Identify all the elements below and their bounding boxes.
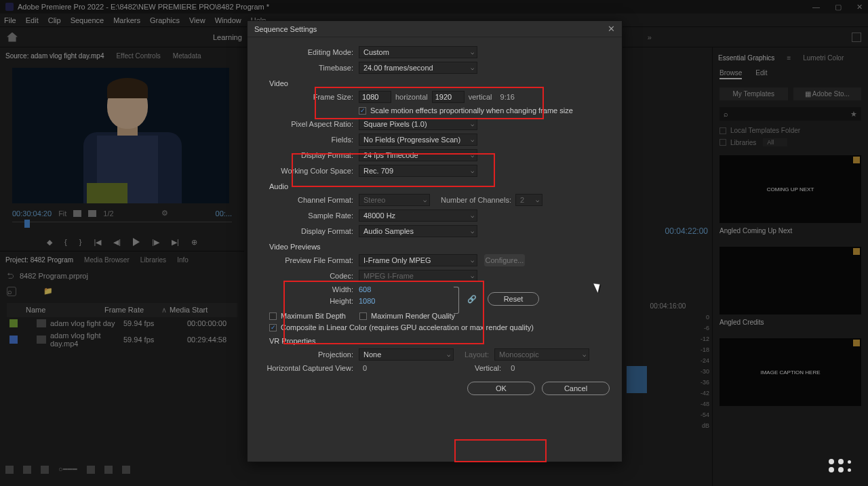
channel-format-label: Channel Format: — [257, 196, 359, 204]
max-bit-depth-checkbox[interactable] — [269, 312, 277, 320]
max-bit-depth-label: Maximum Bit Depth — [281, 312, 346, 320]
ok-button[interactable]: OK — [467, 382, 535, 395]
hcv-value: 0 — [359, 364, 371, 372]
preview-width-value[interactable]: 608 — [359, 285, 371, 293]
frame-height-input[interactable]: 1920 — [432, 91, 465, 103]
horizontal-label: horizontal — [391, 93, 432, 101]
scale-effects-label: Scale motion effects proportionally when… — [370, 106, 573, 115]
scale-effects-checkbox[interactable]: ✓ — [359, 107, 366, 115]
preview-format-label: Preview File Format: — [257, 256, 359, 264]
timebase-dropdown[interactable]: 24.00 frames/second — [359, 62, 477, 74]
color-space-dropdown[interactable]: Rec. 709 — [359, 165, 477, 177]
timebase-label: Timebase: — [257, 64, 359, 72]
hcv-label: Horizontal Captured View: — [257, 364, 359, 372]
link-icon[interactable]: 🔗 — [467, 295, 477, 304]
num-channels-label: Number of Channels: — [437, 196, 515, 204]
vertical-label: vertical — [465, 93, 496, 101]
composite-linear-label: Composite in Linear Color (requires GPU … — [281, 323, 534, 331]
cancel-button[interactable]: Cancel — [542, 382, 610, 395]
preview-height-value[interactable]: 1080 — [359, 297, 375, 305]
projection-dropdown[interactable]: None — [359, 348, 454, 361]
preview-format-dropdown[interactable]: I-Frame Only MPEG — [359, 254, 477, 266]
max-render-quality-label: Maximum Render Quality — [371, 312, 455, 320]
max-render-quality-checkbox[interactable] — [359, 312, 367, 320]
codec-dropdown: MPEG I-Frame — [359, 270, 477, 282]
audio-display-format-dropdown[interactable]: Audio Samples — [359, 225, 477, 237]
dialog-title: Sequence Settings — [254, 25, 317, 33]
layout-label: Layout: — [454, 350, 494, 359]
fields-dropdown[interactable]: No Fields (Progressive Scan) — [359, 134, 477, 146]
configure-button: Configure... — [484, 254, 525, 266]
editing-mode-label: Editing Mode: — [257, 48, 359, 56]
vcv-value: 0 — [507, 364, 519, 372]
sample-rate-label: Sample Rate: — [257, 211, 359, 220]
dialog-close-icon[interactable]: ✕ — [608, 24, 615, 34]
layout-dropdown: Monoscopic — [494, 348, 589, 361]
color-space-label: Working Color Space: — [257, 167, 359, 175]
par-dropdown[interactable]: Square Pixels (1.0) — [359, 118, 477, 130]
codec-label: Codec: — [257, 272, 359, 280]
composite-linear-checkbox[interactable]: ✓ — [269, 324, 277, 331]
video-previews-section-header: Video Previews — [257, 243, 612, 251]
editing-mode-dropdown[interactable]: Custom — [359, 46, 477, 58]
projection-label: Projection: — [257, 350, 359, 359]
audio-section-header: Audio — [257, 182, 612, 190]
channel-format-dropdown: Stereo — [359, 194, 430, 206]
sequence-settings-dialog: Sequence Settings ✕ Editing Mode: Custom… — [247, 20, 623, 462]
display-format-label: Display Format: — [257, 151, 359, 159]
par-label: Pixel Aspect Ratio: — [257, 120, 359, 128]
fields-label: Fields: — [257, 136, 359, 144]
preview-height-label: Height: — [257, 297, 359, 305]
frame-width-input[interactable]: 1080 — [359, 91, 391, 103]
watermark-logo — [829, 459, 854, 472]
audio-display-format-label: Display Format: — [257, 227, 359, 235]
reset-button[interactable]: Reset — [488, 292, 539, 306]
num-channels-dropdown: 2 — [515, 194, 542, 206]
preview-width-label: Width: — [257, 285, 359, 293]
mouse-cursor-icon — [595, 282, 604, 293]
vr-section-header: VR Properties — [257, 337, 612, 345]
video-section-header: Video — [257, 79, 612, 87]
sample-rate-dropdown[interactable]: 48000 Hz — [359, 209, 477, 222]
frame-size-label: Frame Size: — [257, 93, 359, 101]
aspect-ratio-value: 9:16 — [496, 93, 519, 101]
link-bracket-icon — [454, 287, 459, 314]
display-format-dropdown[interactable]: 24 fps Timecode — [359, 149, 477, 161]
vcv-label: Vertical: — [371, 364, 507, 372]
